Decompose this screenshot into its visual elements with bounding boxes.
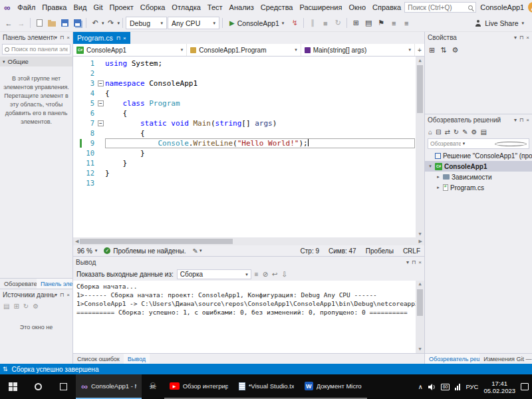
clear-all-icon[interactable]: ⊘ — [263, 271, 268, 278]
menu-item[interactable]: Проект — [106, 1, 136, 13]
home-icon[interactable]: ⌂ — [428, 128, 432, 136]
taskbar-app[interactable]: ∞ConsoleApp1 - Mic... — [76, 374, 142, 399]
new-file-icon[interactable] — [33, 17, 45, 29]
type-dropdown[interactable]: ConsoleApp1.Program ▾ — [187, 44, 301, 56]
tree-item[interactable]: ▸Зависимости — [425, 172, 532, 182]
solution-explorer-search-input[interactable]: Обозреватель решений — поиск (Ctrl+ж) ▾ — [428, 138, 529, 149]
code-line-6[interactable]: 6 { — [73, 108, 415, 118]
code-line-7[interactable]: 7− static void Main(string[] args) — [73, 118, 415, 128]
code-text[interactable]: { — [105, 128, 415, 138]
pin-icon[interactable]: ⊓ — [519, 117, 523, 123]
char-indicator[interactable]: Симв: 47 — [329, 247, 356, 255]
code-text[interactable]: { — [105, 88, 415, 98]
spaces-indicator[interactable]: Пробелы — [366, 247, 394, 255]
save-all-icon[interactable] — [71, 17, 83, 29]
background-tasks-icon[interactable]: ⇅ — [3, 366, 8, 372]
hot-reload-icon[interactable]: ↯ — [289, 17, 301, 29]
configuration-dropdown[interactable]: Debug▾ — [126, 17, 167, 29]
live-share-button[interactable]: Live Share ▾ — [475, 19, 529, 27]
project-dropdown[interactable]: ConsoleApp1 ▾ — [73, 44, 187, 56]
member-dropdown[interactable]: Main(string[] args) ▾ — [301, 44, 415, 56]
menu-item[interactable]: Окно — [345, 1, 369, 13]
cortana-search-button[interactable] — [25, 374, 51, 399]
scroll-down-icon[interactable]: ▼ — [418, 346, 421, 353]
save-icon[interactable] — [59, 17, 70, 29]
scroll-down-icon[interactable]: ▼ — [418, 230, 421, 237]
code-text[interactable]: static void Main(string[] args) — [105, 118, 415, 128]
code-text[interactable]: } — [105, 148, 415, 158]
scroll-right-icon[interactable]: ▶ — [419, 239, 422, 244]
breakpoint-margin[interactable] — [73, 78, 82, 88]
restart-icon[interactable]: ↻ — [332, 17, 344, 29]
sync-icon[interactable]: ⇄ — [444, 128, 450, 136]
action-center-icon[interactable] — [521, 383, 529, 390]
stop-icon[interactable]: ■ — [319, 17, 331, 29]
undo-icon[interactable]: ↶ — [89, 17, 101, 29]
tab-server-explorer[interactable]: Обозревате... — [0, 279, 37, 289]
platform-dropdown[interactable]: Any CPU▾ — [168, 17, 219, 29]
refresh-icon[interactable]: ↻ — [454, 128, 459, 136]
start-debugging-button[interactable]: ▶ ConsoleApp1 ▾ — [225, 17, 288, 29]
quick-search-input[interactable]: Поиск (Ctrl+Q) — [404, 2, 476, 13]
scrollbar-thumb[interactable] — [417, 65, 423, 113]
chevron-down-icon[interactable]: ▾ — [55, 292, 57, 298]
code-line-9[interactable]: 9 Console.WriteLine("Hello World!"); — [73, 138, 415, 148]
breakpoint-margin[interactable] — [73, 148, 82, 158]
code-text[interactable]: using System; — [105, 59, 415, 68]
toolbox-search-input[interactable]: Поиск по панели элемен — [2, 44, 70, 55]
properties-header[interactable]: Свойства ▾ ⊓ × — [425, 32, 532, 43]
indent-icon[interactable]: ≡ — [388, 17, 400, 29]
menu-item[interactable]: Вид — [70, 1, 90, 13]
menu-item[interactable]: Отладка — [168, 1, 203, 13]
taskbar-app[interactable]: *Visual Studio.txt - ... — [233, 374, 299, 399]
taskbar-app[interactable]: ☠ — [142, 374, 164, 399]
output-header[interactable]: Вывод ▾ ⊓ × — [73, 257, 424, 268]
preview-icon[interactable]: ▤ — [481, 128, 487, 136]
chevron-down-icon[interactable]: ▾ — [55, 35, 57, 41]
redo-icon[interactable]: ↷ — [105, 17, 117, 29]
scroll-left-icon[interactable]: ◀ — [75, 239, 78, 244]
split-window-button[interactable]: + — [415, 44, 424, 56]
code-text[interactable]: } — [105, 158, 415, 168]
code-text[interactable]: class Program — [105, 98, 415, 108]
close-icon[interactable]: × — [526, 117, 529, 123]
tab-output[interactable]: Вывод — [124, 354, 150, 364]
bookmark-icon[interactable]: ⚑ — [375, 17, 387, 29]
navigate-forward-icon[interactable]: → — [15, 17, 27, 29]
output-source-dropdown[interactable]: Сборка ▾ — [177, 269, 251, 279]
settings-icon[interactable]: ⚙ — [471, 128, 477, 136]
breakpoint-margin[interactable] — [73, 59, 82, 68]
editor-horizontal-scrollbar[interactable]: ◀ ▶ — [73, 237, 424, 245]
chevron-down-icon[interactable]: ▾ — [514, 35, 517, 41]
annotate-icon[interactable]: ✎▾ — [193, 247, 202, 255]
user-avatar[interactable]: Д — [528, 2, 532, 13]
pin-icon[interactable]: ⊓ — [412, 259, 416, 265]
code-line-3[interactable]: 3−namespace ConsoleApp1 — [73, 78, 415, 88]
task-view-button[interactable] — [51, 374, 76, 399]
pin-icon[interactable]: ⊓ — [60, 35, 64, 41]
close-icon[interactable]: × — [418, 259, 422, 265]
pin-icon[interactable]: ⊓ — [60, 292, 64, 298]
tree-item[interactable]: Решение "ConsoleApp1" (проекты: 1 из 1) — [425, 150, 532, 161]
breakpoint-margin[interactable] — [73, 118, 82, 128]
categorized-icon[interactable]: ⊞ — [429, 46, 435, 55]
breakpoint-margin[interactable] — [73, 128, 82, 138]
code-text[interactable]: } — [105, 168, 415, 178]
code-line-1[interactable]: 1using System; — [73, 59, 415, 68]
zoom-dropdown[interactable]: 96 % ▾ — [77, 247, 97, 255]
new-window-icon[interactable]: ⊞ — [350, 17, 362, 29]
scrollbar-thumb[interactable] — [80, 239, 233, 244]
code-text[interactable]: Console.WriteLine("Hello World!"); — [105, 138, 415, 148]
code-line-2[interactable]: 2 — [73, 68, 415, 78]
menu-item[interactable]: Тест — [204, 1, 226, 13]
breakpoint-margin[interactable] — [73, 108, 82, 118]
code-line-13[interactable]: 13 — [73, 178, 415, 188]
editor-vertical-scrollbar[interactable]: ▲ ▼ — [416, 57, 424, 237]
code-text[interactable] — [105, 178, 415, 188]
tree-item[interactable]: ▸Program.cs — [425, 182, 532, 193]
solution-explorer-header[interactable]: Обозреватель решений ▾ ⊓ × — [425, 114, 532, 126]
eol-indicator[interactable]: CRLF — [403, 247, 420, 255]
scrollbar-thumb[interactable] — [417, 289, 423, 316]
data-sources-header[interactable]: Источники данных ▾ ⊓ × — [0, 289, 72, 301]
tab-program-cs[interactable]: Program.cs ⊓ × — [73, 32, 130, 44]
